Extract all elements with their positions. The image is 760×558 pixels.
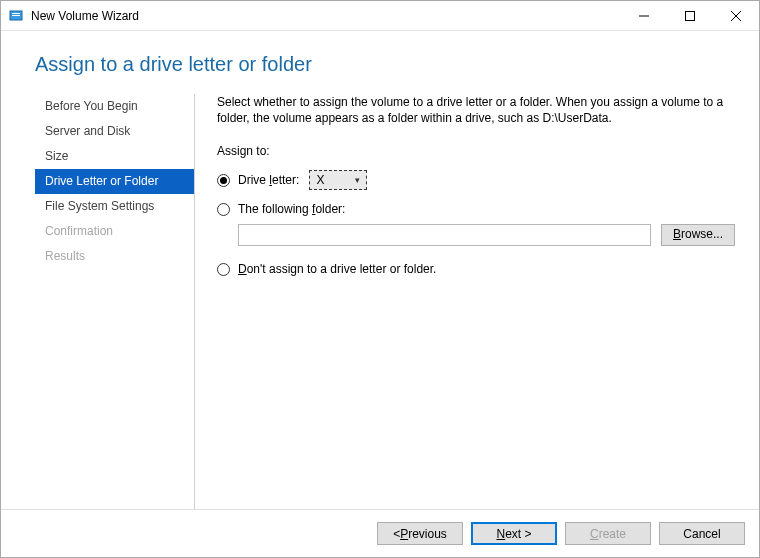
cancel-button[interactable]: Cancel (659, 522, 745, 545)
svg-rect-2 (12, 15, 20, 16)
nav-server-and-disk[interactable]: Server and Disk (35, 119, 194, 144)
app-icon (9, 8, 25, 24)
nav-size[interactable]: Size (35, 144, 194, 169)
close-button[interactable] (713, 1, 759, 30)
radio-following-folder[interactable] (217, 203, 230, 216)
previous-button[interactable]: < Previous (377, 522, 463, 545)
nav-drive-letter-or-folder[interactable]: Drive Letter or Folder (35, 169, 194, 194)
wizard-body: Assign to a drive letter or folder Befor… (1, 31, 759, 557)
content-area: Before You Begin Server and Disk Size Dr… (1, 94, 759, 509)
chevron-down-icon: ▾ (355, 175, 360, 185)
page-description: Select whether to assign the volume to a… (217, 94, 735, 126)
radio-drive-letter[interactable] (217, 174, 230, 187)
window-title: New Volume Wizard (31, 9, 139, 23)
drive-letter-select[interactable]: X ▾ (309, 170, 367, 190)
svg-rect-1 (12, 13, 20, 14)
nav-results: Results (35, 244, 194, 269)
dont-assign-label: Don't assign to a drive letter or folder… (238, 262, 436, 276)
assign-to-label: Assign to: (217, 144, 735, 158)
minimize-button[interactable] (621, 1, 667, 30)
window-controls (621, 1, 759, 30)
option-dont-assign[interactable]: Don't assign to a drive letter or folder… (217, 262, 735, 276)
next-button[interactable]: Next > (471, 522, 557, 545)
maximize-button[interactable] (667, 1, 713, 30)
assign-options: Drive letter: X ▾ The following folder: (217, 170, 735, 276)
folder-input-row: Browse... (217, 224, 735, 246)
svg-rect-4 (686, 11, 695, 20)
folder-path-input[interactable] (238, 224, 651, 246)
option-following-folder[interactable]: The following folder: (217, 202, 735, 216)
wizard-nav: Before You Begin Server and Disk Size Dr… (35, 94, 195, 509)
nav-file-system-settings[interactable]: File System Settings (35, 194, 194, 219)
page-heading: Assign to a drive letter or folder (1, 31, 759, 94)
titlebar: New Volume Wizard (1, 1, 759, 31)
following-folder-label: The following folder: (238, 202, 345, 216)
nav-confirmation: Confirmation (35, 219, 194, 244)
option-drive-letter[interactable]: Drive letter: X ▾ (217, 170, 735, 190)
radio-dont-assign[interactable] (217, 263, 230, 276)
drive-letter-label: Drive letter: (238, 173, 299, 187)
wizard-footer: < Previous Next > Create Cancel (1, 509, 759, 557)
create-button: Create (565, 522, 651, 545)
drive-letter-value: X (316, 173, 324, 187)
wizard-window: New Volume Wizard Assign to a drive lett… (0, 0, 760, 558)
nav-before-you-begin[interactable]: Before You Begin (35, 94, 194, 119)
main-panel: Select whether to assign the volume to a… (195, 94, 735, 509)
browse-button[interactable]: Browse... (661, 224, 735, 246)
